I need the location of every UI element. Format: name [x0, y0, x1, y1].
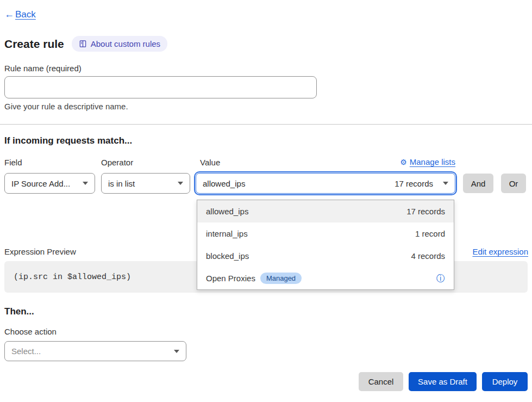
value-label: Value [200, 158, 220, 167]
value-combobox[interactable]: allowed_ips 17 records [196, 173, 455, 194]
back-link-label: Back [15, 9, 36, 20]
save-as-draft-button[interactable]: Save as Draft [409, 372, 477, 391]
and-button[interactable]: And [463, 174, 493, 193]
manage-lists-label: Manage lists [410, 157, 455, 166]
value-combobox-text: allowed_ips [203, 179, 395, 188]
list-option-name: internal_ips [206, 229, 415, 238]
lists-dropdown-menu: allowed_ips 17 records internal_ips 1 re… [197, 200, 454, 290]
field-select-value: IP Source Add... [11, 179, 70, 188]
operator-select[interactable]: is in list [101, 173, 190, 194]
expression-code: (ip.src in $allowed_ips) [14, 273, 131, 282]
manage-lists-link[interactable]: ⚙ Manage lists [400, 157, 455, 166]
or-button[interactable]: Or [501, 174, 526, 193]
cancel-button[interactable]: Cancel [359, 372, 403, 391]
list-option-name: blocked_ips [206, 251, 411, 261]
list-option-open-proxies[interactable]: Open Proxies Managed ⓘ [197, 267, 454, 289]
expression-preview-label: Expression Preview [4, 247, 76, 256]
list-option-records: 1 record [415, 229, 445, 238]
then-section-title: Then... [4, 306, 34, 317]
list-option-records: 17 records [406, 207, 445, 216]
match-section-title: If incoming requests match... [4, 135, 132, 146]
about-custom-rules-link[interactable]: About custom rules [72, 36, 167, 52]
list-option-allowed-ips[interactable]: allowed_ips 17 records [197, 200, 454, 222]
list-option-name: Open Proxies [206, 274, 255, 283]
chevron-down-icon [443, 182, 448, 185]
section-divider [0, 124, 532, 125]
about-custom-rules-label: About custom rules [91, 39, 160, 48]
field-select[interactable]: IP Source Add... [4, 173, 95, 194]
chevron-down-icon [178, 182, 183, 185]
list-option-internal-ips[interactable]: internal_ips 1 record [197, 222, 454, 245]
operator-select-value: is in list [108, 179, 135, 188]
back-link[interactable]: ← Back [4, 9, 36, 20]
action-select-placeholder: Select... [11, 347, 41, 356]
info-icon[interactable]: ⓘ [436, 274, 445, 283]
list-option-blocked-ips[interactable]: blocked_ips 4 records [197, 245, 454, 267]
book-icon [79, 40, 87, 48]
rule-name-label: Rule name (required) [4, 64, 82, 73]
value-records-count: 17 records [395, 179, 433, 188]
gear-icon: ⚙ [400, 158, 407, 166]
deploy-button[interactable]: Deploy [482, 372, 528, 391]
action-select[interactable]: Select... [4, 341, 186, 361]
rule-name-input[interactable] [4, 76, 317, 98]
list-option-name: allowed_ips [206, 207, 406, 216]
chevron-down-icon [83, 182, 88, 185]
operator-label: Operator [101, 158, 133, 167]
field-label: Field [4, 158, 22, 167]
create-rule-page: ← Back Create rule About custom rules Ru… [0, 0, 532, 402]
back-arrow-icon: ← [4, 9, 14, 20]
page-title: Create rule [4, 38, 64, 51]
list-option-records: 4 records [411, 251, 445, 261]
rule-name-help-text: Give your rule a descriptive name. [4, 102, 128, 111]
edit-expression-link[interactable]: Edit expression [472, 247, 528, 256]
page-header: Create rule About custom rules [4, 36, 167, 52]
choose-action-label: Choose action [4, 327, 57, 336]
managed-badge: Managed [260, 273, 302, 284]
chevron-down-icon [174, 350, 179, 353]
